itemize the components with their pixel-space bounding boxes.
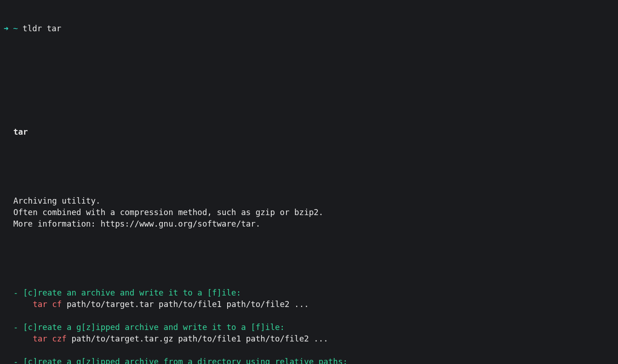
example-description: - [c]reate a g[z]ipped archive and write… xyxy=(13,322,618,333)
intro-line: More information: https://www.gnu.org/so… xyxy=(13,218,618,230)
prompt-arrow-icon: ➜ xyxy=(4,23,9,34)
example-command: tar cf path/to/target.tar path/to/file1 … xyxy=(13,299,618,310)
output-block: tar Archiving utility.Often combined wit… xyxy=(13,69,618,364)
intro-line: Archiving utility. xyxy=(13,195,618,207)
command-input[interactable]: tldr tar xyxy=(23,23,61,34)
terminal-root[interactable]: ➜ ~ tldr tar tar Archiving utility.Often… xyxy=(0,0,618,364)
example-description: - [c]reate a g[z]ipped archive from a di… xyxy=(13,356,618,364)
prompt-cwd: ~ xyxy=(13,23,18,34)
blank-line xyxy=(13,310,618,322)
blank-line xyxy=(13,345,618,356)
entries-block: - [c]reate an archive and write it to a … xyxy=(13,287,618,364)
intro-block: Archiving utility.Often combined with a … xyxy=(13,195,618,230)
command-segment: tar czf xyxy=(33,334,67,343)
command-segment: tar cf xyxy=(33,300,62,309)
command-segment: path/to/target.tar.gz path/to/file1 path… xyxy=(67,334,328,343)
intro-line: Often combined with a compression method… xyxy=(13,207,618,218)
example-description: - [c]reate an archive and write it to a … xyxy=(13,287,618,299)
example-command: tar czf path/to/target.tar.gz path/to/fi… xyxy=(13,333,618,345)
page-title: tar xyxy=(13,126,618,138)
command-segment xyxy=(13,334,33,343)
command-segment: path/to/target.tar path/to/file1 path/to… xyxy=(62,300,309,309)
command-segment xyxy=(13,300,33,309)
prompt-line: ➜ ~ tldr tar xyxy=(0,23,618,34)
